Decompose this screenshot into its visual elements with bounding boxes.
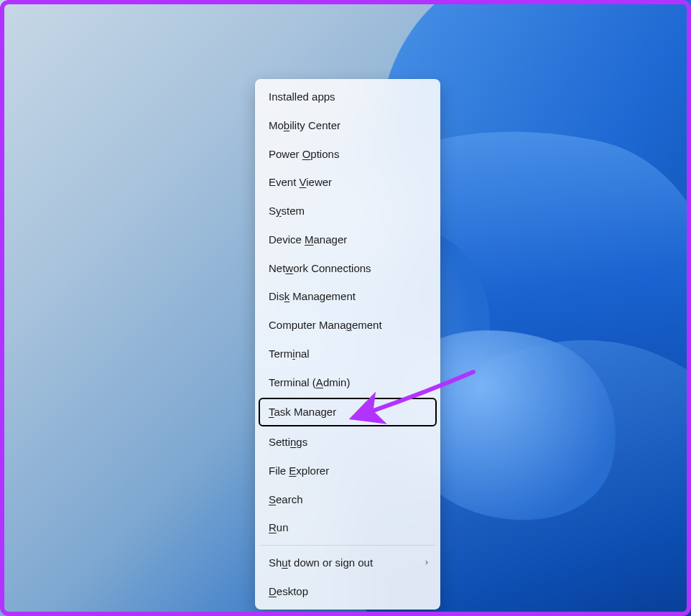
accelerator-underline: g (346, 319, 352, 331)
menu-item-terminal-admin[interactable]: Terminal (Admin) (259, 368, 437, 397)
menu-item-label: Installed apps (269, 89, 335, 105)
accelerator-underline: D (269, 585, 277, 597)
menu-item-run[interactable]: Run (259, 513, 437, 542)
menu-item-disk-management[interactable]: Disk Management (259, 282, 437, 311)
menu-item-label: Settings (269, 434, 307, 450)
accelerator-underline: E (289, 465, 296, 477)
menu-item-device-manager[interactable]: Device Manager (259, 225, 437, 254)
menu-item-label: Run (269, 520, 289, 536)
menu-item-file-explorer[interactable]: File Explorer (259, 457, 437, 485)
accelerator-underline: V (300, 176, 307, 188)
winx-context-menu: Installed appsMobility CenterPower Optio… (255, 79, 440, 610)
menu-item-label: Terminal (Admin) (269, 375, 350, 391)
accelerator-underline: A (316, 376, 323, 388)
menu-item-settings[interactable]: Settings (259, 428, 437, 457)
accelerator-underline: M (305, 233, 314, 246)
menu-item-system[interactable]: System (259, 197, 437, 225)
menu-item-desktop[interactable]: Desktop (259, 577, 437, 606)
menu-item-label: Disk Management (269, 289, 356, 304)
menu-item-label: Task Manager (269, 404, 336, 420)
menu-item-mobility-center[interactable]: Mobility Center (259, 111, 437, 140)
menu-item-network-connections[interactable]: Network Connections (259, 254, 437, 283)
menu-item-label: Device Manager (269, 232, 347, 248)
menu-item-label: Terminal (269, 346, 310, 362)
menu-item-installed-apps[interactable]: Installed apps (259, 83, 437, 111)
menu-item-label: Shut down or sign out (269, 555, 373, 571)
menu-item-power-options[interactable]: Power Options (259, 140, 437, 169)
accelerator-underline: w (285, 262, 293, 274)
accelerator-underline: u (282, 556, 287, 569)
accelerator-underline: y (276, 205, 282, 217)
menu-item-label: Power Options (269, 146, 339, 162)
chevron-right-icon: › (425, 556, 428, 569)
menu-item-terminal[interactable]: Terminal (259, 340, 437, 368)
menu-item-computer-management[interactable]: Computer Management (259, 311, 437, 340)
menu-item-label: Desktop (269, 584, 308, 599)
menu-item-label: Network Connections (269, 261, 371, 276)
menu-item-task-manager[interactable]: Task Manager (259, 398, 437, 426)
menu-item-label: Search (269, 492, 303, 508)
accelerator-underline: T (269, 406, 274, 418)
menu-item-label: File Explorer (269, 463, 329, 479)
accelerator-underline: b (284, 119, 289, 131)
menu-item-label: System (269, 203, 305, 219)
menu-item-event-viewer[interactable]: Event Viewer (259, 168, 437, 197)
menu-separator (260, 545, 435, 546)
menu-item-search[interactable]: Search (259, 485, 437, 514)
menu-item-label: Computer Management (269, 317, 382, 333)
accelerator-underline: S (269, 493, 276, 505)
menu-item-label: Event Viewer (269, 174, 332, 190)
menu-item-label: Mobility Center (269, 118, 340, 134)
accelerator-underline: R (269, 521, 277, 533)
menu-item-shut-down[interactable]: Shut down or sign out› (259, 549, 437, 577)
accelerator-underline: O (302, 148, 311, 160)
